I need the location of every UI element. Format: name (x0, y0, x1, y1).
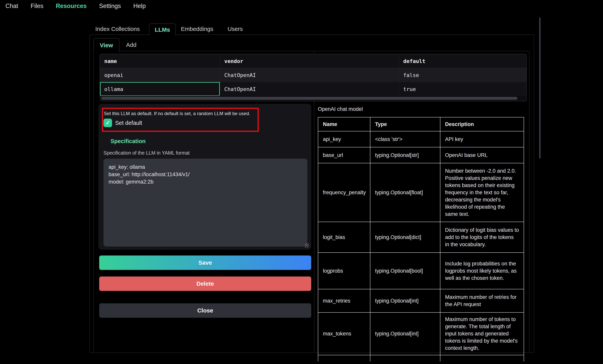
specification-help-text: Specification of the LLM in YAML format (104, 150, 190, 156)
param-name: logprobs (318, 253, 370, 289)
nav-item-files[interactable]: Files (31, 2, 43, 10)
param-type: typing.Optional[float] (370, 163, 441, 222)
llm-col-header-vendor: vendor (220, 54, 399, 68)
vertical-scrollbar-thumb[interactable] (539, 18, 541, 159)
llm-col-header-default: default (399, 54, 526, 68)
param-description: API key (441, 131, 524, 147)
llm-col-header-name: name (100, 54, 220, 68)
doc-row-max-tokens: max_tokens typing.Optional[int] Maximum … (318, 313, 524, 355)
doc-row-frequency-penalty: frequency_penalty typing.Optional[float]… (318, 163, 524, 222)
save-button[interactable]: Save (99, 255, 311, 270)
tab-embeddings[interactable]: Embeddings (181, 23, 213, 34)
cell-name[interactable]: ollama (100, 82, 220, 96)
resize-handle-icon[interactable] (305, 243, 309, 248)
table-row-openai[interactable]: openai ChatOpenAI false (100, 68, 526, 82)
doc-row-logit-bias: logit_bias typing.Optional[dict] Diction… (318, 222, 524, 253)
cell-vendor[interactable]: ChatOpenAI (220, 82, 399, 96)
doc-row-partial (318, 355, 524, 362)
nav-item-resources[interactable]: Resources (56, 2, 87, 10)
doc-col-header-type: Type (370, 117, 441, 131)
delete-button[interactable]: Delete (99, 276, 311, 291)
doc-header-row: Name Type Description (318, 117, 524, 131)
tab-llms[interactable]: LLMs (149, 23, 176, 35)
horizontal-scrollbar-track[interactable] (100, 96, 526, 101)
param-description: Maximum number of retries for the API re… (441, 289, 524, 312)
param-description: Maximum number of tokens to generate. Th… (441, 313, 524, 355)
llm-table-header-row: name vendor default (100, 54, 526, 68)
doc-col-header-description: Description (441, 117, 524, 131)
yaml-specification-input[interactable]: api_key: ollama base_url: http://localho… (104, 159, 307, 247)
table-row-ollama-selected[interactable]: ollama ChatOpenAI true (100, 82, 526, 96)
doc-row-max-retries: max_retries typing.Optional[int] Maximum… (318, 289, 524, 313)
tab-index-collections[interactable]: Index Collections (95, 23, 140, 34)
model-parameters-table: Name Type Description api_key <class 'st… (318, 117, 524, 362)
param-type: typing.Optional[int] (370, 313, 441, 355)
param-name (318, 355, 370, 362)
doc-row-base-url: base_url typing.Optional[str] OpenAI bas… (318, 148, 524, 163)
tab-users[interactable]: Users (228, 23, 243, 34)
cell-name[interactable]: openai (100, 68, 220, 82)
horizontal-scrollbar-thumb[interactable] (101, 97, 517, 100)
param-description: Dictionary of logit bias values to add t… (441, 222, 524, 252)
cell-default[interactable]: true (399, 82, 526, 96)
param-name: frequency_penalty (318, 163, 370, 222)
param-type: typing.Optional[str] (370, 148, 441, 163)
param-name: max_tokens (318, 313, 370, 355)
param-type: typing.Optional[dict] (370, 222, 441, 252)
doc-row-logprobs: logprobs typing.Optional[bool] Include l… (318, 253, 524, 289)
param-name: max_retries (318, 289, 370, 312)
llm-list-table: name vendor default openai ChatOpenAI fa… (100, 54, 527, 101)
param-name: api_key (318, 131, 370, 147)
param-name: logit_bias (318, 222, 370, 252)
nav-item-settings[interactable]: Settings (99, 2, 121, 10)
llm-detail-form: Set this LLM as default. If no default i… (98, 104, 311, 250)
param-type (370, 355, 441, 362)
nav-item-help[interactable]: Help (133, 2, 146, 10)
param-description: Include log probabilities on the logprob… (441, 253, 524, 289)
tab-view[interactable]: View (93, 38, 119, 52)
param-type: typing.Optional[int] (370, 289, 441, 312)
annotation-red-box (102, 108, 259, 132)
top-navigation: Chat Files Resources Settings Help (0, 0, 146, 12)
cell-vendor[interactable]: ChatOpenAI (220, 68, 399, 82)
close-button[interactable]: Close (99, 303, 311, 318)
param-description: Number between -2.0 and 2.0. Positive va… (441, 163, 524, 222)
tab-add[interactable]: Add (126, 39, 136, 51)
param-type: <class 'str'> (370, 131, 441, 147)
param-name: base_url (318, 148, 370, 163)
model-doc-title: OpenAI chat model (318, 106, 363, 112)
param-description: OpenAI base URL (441, 148, 524, 163)
param-type: typing.Optional[bool] (370, 253, 441, 289)
param-description (441, 355, 524, 362)
cell-default[interactable]: false (399, 68, 526, 82)
doc-row-api-key: api_key <class 'str'> API key (318, 131, 524, 148)
nav-item-chat[interactable]: Chat (5, 2, 18, 10)
doc-col-header-name: Name (318, 117, 370, 131)
specification-heading: Specification (110, 138, 146, 145)
